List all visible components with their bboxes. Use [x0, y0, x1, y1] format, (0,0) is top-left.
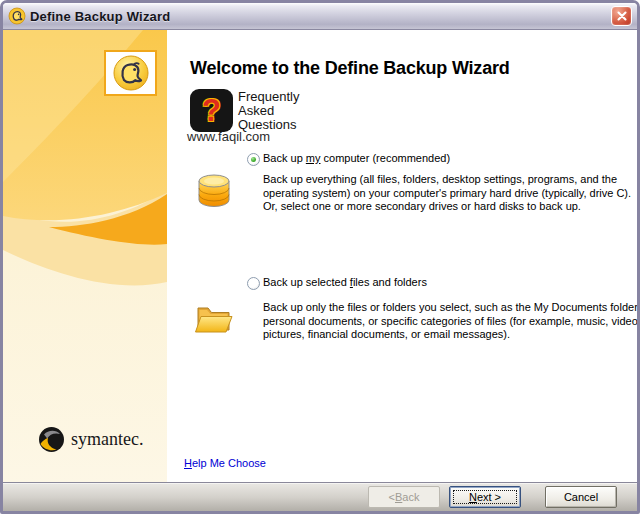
label-backup-my-computer[interactable]: Back up my computer (recommended): [263, 152, 450, 164]
wizard-body: symantec. Welcome to the Define Backup W…: [3, 30, 637, 483]
label-backup-selected-files[interactable]: Back up selected files and folders: [263, 276, 427, 288]
backup-my-computer-description: Back up everything (all files, folders, …: [263, 173, 637, 214]
faq-word-2: Asked: [238, 104, 299, 118]
radio-backup-selected-files[interactable]: [247, 277, 260, 290]
help-me-choose-link[interactable]: Help Me Choose: [184, 457, 266, 469]
hard-drive-icon: [191, 168, 237, 214]
titlebar[interactable]: Define Backup Wizard: [3, 3, 637, 30]
ghost-app-icon: [8, 7, 26, 25]
symantec-logo: symantec.: [38, 426, 143, 453]
next-button[interactable]: Next >: [449, 486, 521, 508]
wizard-sidebar: symantec.: [3, 30, 167, 482]
sidebar-artwork: [3, 30, 167, 482]
faq-caption: Frequently Asked Questions: [238, 89, 299, 132]
symantec-mark-icon: [38, 426, 65, 453]
faq-url: www.faqil.com: [187, 129, 270, 144]
radio-backup-my-computer[interactable]: [247, 153, 260, 166]
ghost-logo-box: [104, 50, 157, 96]
button-bar: < Back Next > Cancel: [3, 483, 637, 511]
page-title: Welcome to the Define Backup Wizard: [190, 58, 510, 79]
define-backup-wizard-window: Define Backup Wizard: [0, 0, 640, 514]
ghost-icon: [112, 54, 150, 92]
close-icon: [617, 11, 627, 21]
close-button[interactable]: [611, 6, 632, 26]
faq-question-icon: ?: [190, 89, 233, 132]
backup-selected-files-description: Back up only the files or folders you se…: [263, 301, 637, 342]
faq-watermark: ? Frequently Asked Questions: [190, 89, 299, 132]
back-button[interactable]: < Back: [368, 486, 440, 508]
folder-icon: [191, 297, 237, 343]
wizard-content: Welcome to the Define Backup Wizard ? Fr…: [167, 30, 637, 482]
symantec-wordmark: symantec.: [71, 429, 143, 450]
cancel-button[interactable]: Cancel: [545, 486, 617, 508]
faq-word-1: Frequently: [238, 90, 299, 104]
window-title: Define Backup Wizard: [30, 9, 611, 24]
